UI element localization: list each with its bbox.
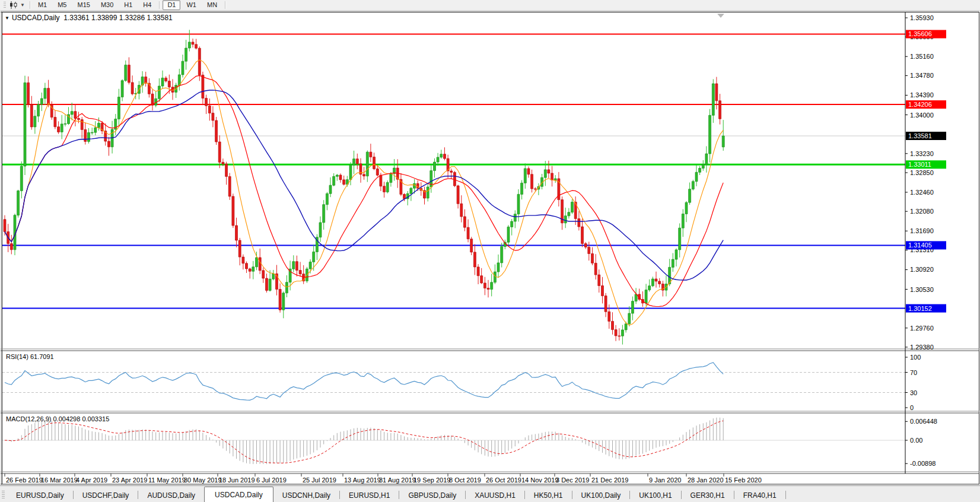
timeframe-button-h4[interactable]: H4 (138, 0, 156, 10)
chart-tab-eurusd-h1[interactable]: EURUSD,H1 (340, 490, 399, 501)
chart-tab-hk50-h1[interactable]: HK50,H1 (525, 490, 572, 501)
svg-text:4 Apr 2019: 4 Apr 2019 (76, 476, 107, 484)
timeframe-button-m30[interactable]: M30 (96, 0, 118, 10)
chart-tab-uk100-h1[interactable]: UK100,H1 (630, 490, 680, 501)
svg-text:0: 0 (910, 404, 914, 411)
svg-text:1.34390: 1.34390 (910, 91, 934, 99)
svg-text:8 Oct 2019: 8 Oct 2019 (449, 476, 481, 484)
chevron-down-icon[interactable]: ▼ (20, 1, 27, 9)
svg-text:11 May 2019: 11 May 2019 (148, 476, 186, 484)
timeframe-button-m1[interactable]: M1 (33, 0, 52, 10)
rsi-indicator-label: RSI(14) 61.7091 (6, 353, 54, 360)
svg-text:100: 100 (910, 354, 921, 361)
svg-text:15 Feb 2020: 15 Feb 2020 (725, 476, 762, 484)
svg-text:28 Jan 2020: 28 Jan 2020 (688, 476, 724, 484)
svg-text:1.33581: 1.33581 (908, 132, 932, 139)
svg-text:1.29760: 1.29760 (910, 325, 934, 332)
svg-text:9 Jan 2020: 9 Jan 2020 (649, 476, 681, 484)
tab-separator (785, 491, 786, 499)
chart-tab-usdcad-daily[interactable]: USDCAD,Daily (204, 487, 273, 502)
svg-text:1.31405: 1.31405 (908, 242, 932, 249)
timeframe-button-mn[interactable]: MN (202, 0, 222, 10)
svg-text:1.34206: 1.34206 (908, 101, 932, 108)
svg-text:1.35930: 1.35930 (910, 14, 934, 21)
svg-text:19 Sep 2019: 19 Sep 2019 (413, 476, 450, 484)
svg-text:1.33230: 1.33230 (910, 150, 934, 157)
svg-text:25 Jul 2019: 25 Jul 2019 (303, 476, 336, 484)
chart-tab-ger30-h1[interactable]: GER30,H1 (682, 490, 734, 501)
chart-tab-xauusd-h1[interactable]: XAUUSD,H1 (466, 490, 524, 501)
svg-text:26 Oct 2019: 26 Oct 2019 (486, 476, 521, 484)
svg-text:1.35160: 1.35160 (910, 53, 934, 60)
macd-indicator-label: MACD(12,26,9) 0.004298 0.003315 (6, 415, 109, 422)
chart-title-bar: ▼USDCAD,Daily 1.33361 1.33899 1.33286 1.… (5, 14, 173, 22)
svg-text:23 Apr 2019: 23 Apr 2019 (112, 476, 147, 484)
chart-shift-marker (717, 14, 724, 18)
chart-tab-eurusd-daily[interactable]: EURUSD,Daily (7, 490, 73, 501)
svg-text:1.30530: 1.30530 (910, 286, 934, 293)
chart-tab-bar: EURUSD,DailyUSDCHF,DailyAUDUSD,DailyUSDC… (0, 485, 980, 502)
svg-text:-0.00898: -0.00898 (910, 460, 936, 467)
chart-tab-uk100-daily[interactable]: UK100,Daily (572, 490, 630, 501)
toolbar-separator (30, 1, 30, 9)
svg-text:1.31690: 1.31690 (910, 227, 934, 234)
tabbar-grip[interactable] (2, 491, 5, 499)
svg-text:1.34000: 1.34000 (910, 112, 934, 119)
timeframe-toolbar: ▼ M1M5M15M30H1H4D1W1MN (0, 0, 980, 11)
svg-text:16 Mar 2019: 16 Mar 2019 (41, 476, 78, 484)
timeframe-button-m15[interactable]: M15 (72, 0, 94, 10)
svg-text:1.32460: 1.32460 (910, 189, 934, 196)
svg-text:70: 70 (910, 369, 917, 376)
chart-tab-gbpusd-daily[interactable]: GBPUSD,Daily (399, 490, 465, 501)
svg-text:1.34780: 1.34780 (910, 72, 934, 79)
svg-text:31 Aug 2019: 31 Aug 2019 (379, 476, 416, 484)
timeframe-button-h1[interactable]: H1 (119, 0, 137, 10)
svg-text:26 Feb 2019: 26 Feb 2019 (6, 476, 43, 484)
timeframe-button-w1[interactable]: W1 (182, 0, 201, 10)
collapse-triangle-icon[interactable]: ▼ (5, 15, 9, 21)
svg-text:1.30920: 1.30920 (910, 266, 934, 273)
svg-text:30: 30 (910, 389, 917, 396)
svg-text:1.33011: 1.33011 (908, 161, 931, 168)
chart-period-icon[interactable] (8, 1, 20, 9)
chart-tab-audusd-daily[interactable]: AUDUSD,Daily (138, 490, 204, 501)
chart-tab-usdchf-daily[interactable]: USDCHF,Daily (74, 490, 138, 501)
toolbar-grip[interactable] (4, 2, 6, 9)
timeframe-button-m5[interactable]: M5 (53, 0, 71, 10)
toolbar-separator (159, 1, 160, 9)
svg-text:1.32850: 1.32850 (910, 169, 934, 176)
toolbar-separator (225, 1, 225, 9)
svg-text:13 Aug 2019: 13 Aug 2019 (344, 476, 381, 484)
svg-text:14 Nov 2019: 14 Nov 2019 (521, 476, 558, 484)
svg-text:1.35606: 1.35606 (908, 30, 932, 37)
svg-text:1.30152: 1.30152 (908, 305, 932, 312)
chart-tab-usdcnh-daily[interactable]: USDCNH,Daily (273, 490, 339, 501)
svg-text:3 Dec 2019: 3 Dec 2019 (556, 476, 589, 484)
chart-window: 1.359301.355501.351601.347801.343901.340… (0, 11, 980, 485)
svg-text:0.00: 0.00 (910, 437, 922, 444)
svg-text:1.32080: 1.32080 (910, 208, 934, 215)
svg-text:18 Jun 2019: 18 Jun 2019 (219, 476, 255, 484)
chart-canvas[interactable]: 1.359301.355501.351601.347801.343901.340… (0, 11, 980, 485)
svg-text:21 Dec 2019: 21 Dec 2019 (591, 476, 628, 484)
svg-text:1.29380: 1.29380 (910, 344, 934, 351)
chart-ohlc-values: 1.33361 1.33899 1.33286 1.33581 (63, 14, 173, 22)
chart-tab-fra40-h1[interactable]: FRA40,H1 (734, 490, 785, 501)
timeframe-button-d1[interactable]: D1 (163, 0, 180, 10)
svg-text:6 Jul 2019: 6 Jul 2019 (256, 476, 287, 484)
chart-symbol-label: USDCAD,Daily (12, 14, 60, 22)
svg-text:30 May 2019: 30 May 2019 (184, 476, 222, 484)
svg-text:0.006448: 0.006448 (910, 418, 937, 425)
